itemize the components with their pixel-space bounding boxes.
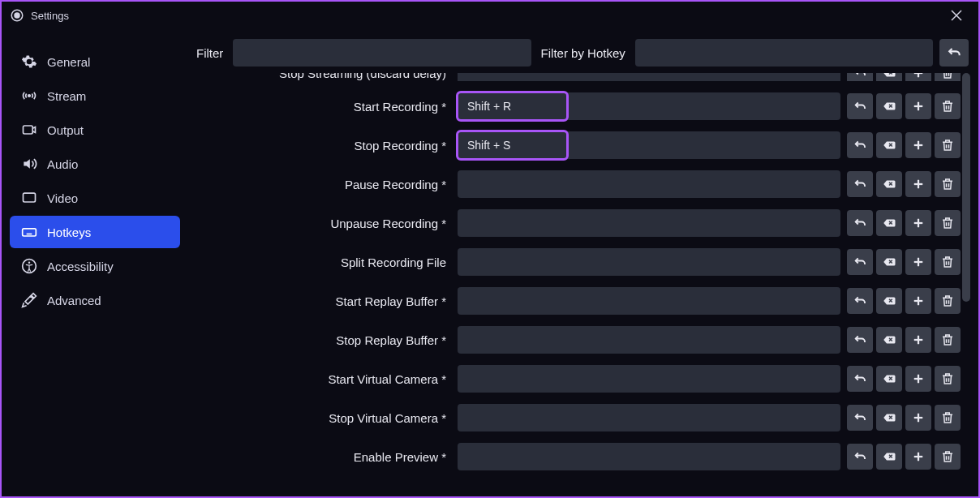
trash-icon xyxy=(940,255,955,269)
plus-icon xyxy=(911,216,926,230)
svg-rect-6 xyxy=(24,193,36,202)
undo-hotkey-button[interactable] xyxy=(847,288,873,314)
reset-filters-button[interactable] xyxy=(939,39,969,67)
undo-hotkey-button[interactable] xyxy=(847,73,873,81)
hotkey-row: Stop Replay Buffer * xyxy=(187,326,961,354)
row-actions xyxy=(847,366,961,392)
remove-hotkey-button[interactable] xyxy=(935,93,961,119)
clear-hotkey-button[interactable] xyxy=(876,366,902,392)
clear-hotkey-button[interactable] xyxy=(876,288,902,314)
row-actions xyxy=(847,210,961,236)
sidebar-item-label: Accessibility xyxy=(47,260,114,273)
clear-hotkey-button[interactable] xyxy=(876,327,902,353)
sidebar-item-output[interactable]: Output xyxy=(10,114,180,146)
add-hotkey-button[interactable] xyxy=(905,327,931,353)
scrollbar[interactable] xyxy=(962,73,970,302)
hotkey-input[interactable] xyxy=(458,170,840,198)
hotkey-label: Stop Virtual Camera * xyxy=(187,411,451,425)
clear-hotkey-button[interactable] xyxy=(876,210,902,236)
backspace-icon xyxy=(882,410,896,425)
add-hotkey-button[interactable] xyxy=(905,249,931,275)
remove-hotkey-button[interactable] xyxy=(935,249,961,275)
hotkey-input[interactable] xyxy=(458,248,840,276)
undo-icon xyxy=(853,449,867,464)
clear-hotkey-button[interactable] xyxy=(876,93,902,119)
undo-icon xyxy=(853,73,867,80)
row-actions xyxy=(847,93,961,119)
add-hotkey-button[interactable] xyxy=(905,366,931,392)
sidebar-item-label: Video xyxy=(47,191,78,205)
clear-hotkey-button[interactable] xyxy=(876,171,902,197)
add-hotkey-button[interactable] xyxy=(905,405,931,431)
add-hotkey-button[interactable] xyxy=(905,132,931,158)
sidebar-item-hotkeys[interactable]: Hotkeys xyxy=(10,216,180,248)
sidebar-item-label: Advanced xyxy=(47,294,101,307)
remove-hotkey-button[interactable] xyxy=(935,288,961,314)
undo-hotkey-button[interactable] xyxy=(847,405,873,431)
add-hotkey-button[interactable] xyxy=(905,210,931,236)
undo-icon xyxy=(853,138,867,152)
remove-hotkey-button[interactable] xyxy=(935,405,961,431)
hotkey-input[interactable] xyxy=(458,365,840,393)
plus-icon xyxy=(911,371,926,386)
remove-hotkey-button[interactable] xyxy=(935,444,961,470)
clear-hotkey-button[interactable] xyxy=(876,132,902,158)
remove-hotkey-button[interactable] xyxy=(935,171,961,197)
undo-hotkey-button[interactable] xyxy=(847,93,873,119)
window-title: Settings xyxy=(31,10,69,22)
hotkey-input[interactable] xyxy=(458,73,840,81)
hotkey-input[interactable] xyxy=(458,209,840,237)
hotkey-label: Start Recording * xyxy=(187,100,451,114)
add-hotkey-button[interactable] xyxy=(905,93,931,119)
filter-input[interactable] xyxy=(233,39,531,67)
undo-hotkey-button[interactable] xyxy=(847,210,873,236)
remove-hotkey-button[interactable] xyxy=(935,132,961,158)
sidebar: General Stream Output Audio Video xyxy=(10,39,180,488)
undo-icon xyxy=(853,294,867,308)
undo-hotkey-button[interactable] xyxy=(847,327,873,353)
hotkey-input[interactable] xyxy=(458,131,567,159)
add-hotkey-button[interactable] xyxy=(905,288,931,314)
svg-rect-5 xyxy=(24,126,33,134)
add-hotkey-button[interactable] xyxy=(905,444,931,470)
remove-hotkey-button[interactable] xyxy=(935,327,961,353)
row-actions xyxy=(847,249,961,275)
remove-hotkey-button[interactable] xyxy=(935,210,961,236)
add-hotkey-button[interactable] xyxy=(905,171,931,197)
close-button[interactable] xyxy=(943,6,970,24)
clear-hotkey-button[interactable] xyxy=(876,73,902,81)
hotkey-list: Stop Streaming (discard delay)Start Reco… xyxy=(187,73,972,477)
undo-hotkey-button[interactable] xyxy=(847,249,873,275)
titlebar: Settings xyxy=(2,2,978,29)
sidebar-item-label: Hotkeys xyxy=(47,225,91,239)
hotkey-label: Start Virtual Camera * xyxy=(187,372,451,386)
remove-hotkey-button[interactable] xyxy=(935,366,961,392)
hotkey-input[interactable] xyxy=(458,404,840,431)
row-actions xyxy=(847,288,961,314)
hotkey-label: Start Replay Buffer * xyxy=(187,294,451,308)
undo-hotkey-button[interactable] xyxy=(847,444,873,470)
hotkey-input[interactable] xyxy=(458,287,840,315)
clear-hotkey-button[interactable] xyxy=(876,405,902,431)
remove-hotkey-button[interactable] xyxy=(935,73,961,81)
trash-icon xyxy=(940,410,955,425)
undo-hotkey-button[interactable] xyxy=(847,171,873,197)
undo-hotkey-button[interactable] xyxy=(847,366,873,392)
sidebar-item-accessibility[interactable]: Accessibility xyxy=(10,250,180,282)
sidebar-item-video[interactable]: Video xyxy=(10,182,180,214)
clear-hotkey-button[interactable] xyxy=(876,444,902,470)
filter-hotkey-input[interactable] xyxy=(635,39,933,67)
undo-icon xyxy=(853,410,867,425)
add-hotkey-button[interactable] xyxy=(905,73,931,81)
sidebar-item-general[interactable]: General xyxy=(10,45,180,78)
sidebar-item-audio[interactable]: Audio xyxy=(10,148,180,180)
clear-hotkey-button[interactable] xyxy=(876,249,902,275)
filter-label: Filter xyxy=(190,46,230,60)
trash-icon xyxy=(940,371,955,386)
hotkey-input[interactable] xyxy=(458,443,840,470)
sidebar-item-advanced[interactable]: Advanced xyxy=(10,284,180,316)
sidebar-item-stream[interactable]: Stream xyxy=(10,79,180,112)
undo-hotkey-button[interactable] xyxy=(847,132,873,158)
hotkey-input[interactable] xyxy=(458,326,840,354)
hotkey-input[interactable] xyxy=(458,92,567,120)
